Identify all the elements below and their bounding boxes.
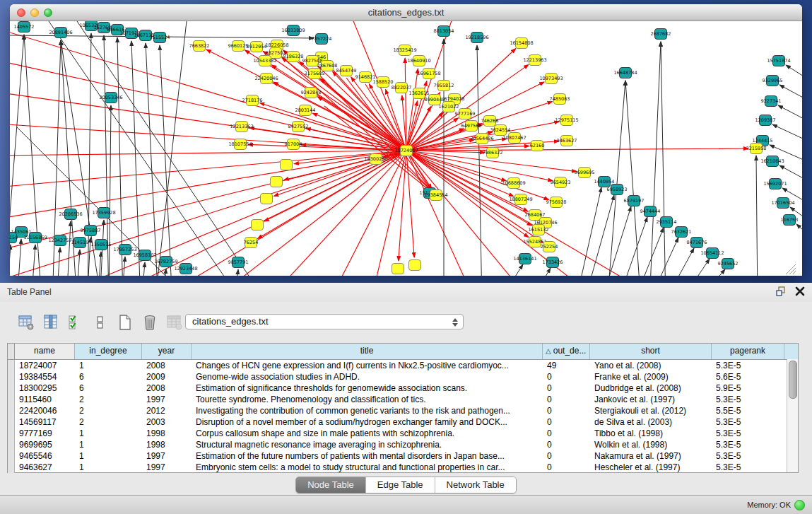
graph-node[interactable]: 252254 bbox=[541, 242, 558, 252]
graph-node[interactable]: 2803144 bbox=[295, 105, 316, 116]
cell-short[interactable]: Hescheler et al. (1997) bbox=[590, 462, 712, 473]
graph-node[interactable]: 1588520 bbox=[373, 77, 394, 88]
graph-node[interactable]: 1350515 bbox=[91, 240, 112, 250]
graph-node[interactable]: 14136141 bbox=[513, 254, 536, 264]
cell-in_degree[interactable]: 6 bbox=[75, 371, 142, 382]
cell-short[interactable]: Yano et al. (2008) bbox=[590, 360, 712, 371]
cell-name[interactable]: 9465546 bbox=[15, 450, 75, 462]
graph-node[interactable]: 7955812 bbox=[434, 81, 454, 91]
cell-short[interactable]: Wolkin et al. (1998) bbox=[590, 439, 712, 450]
cell-year[interactable]: 1998 bbox=[142, 428, 192, 439]
graph-node[interactable]: 917004 bbox=[285, 139, 302, 150]
graph-node[interactable]: 2718176 bbox=[242, 95, 263, 106]
cell-name[interactable]: 9777169 bbox=[15, 428, 75, 439]
graph-node[interactable]: 18325419 bbox=[393, 45, 416, 56]
graph-node[interactable]: 9227341 bbox=[761, 96, 782, 107]
node-table[interactable]: namein_degreeyeartitle△out_de...shortpag… bbox=[7, 343, 799, 473]
cell-in_degree[interactable]: 2 bbox=[75, 416, 142, 428]
cell-year[interactable]: 2008 bbox=[142, 382, 192, 394]
column-header-pagerank[interactable]: pagerank bbox=[712, 344, 784, 359]
table-row[interactable]: 911546021997Tourette syndrome. Phenomeno… bbox=[8, 394, 798, 405]
cell-out_de[interactable]: 0 bbox=[543, 405, 590, 416]
graph-node[interactable]: 8471676 bbox=[687, 238, 707, 248]
graph-node[interactable] bbox=[281, 160, 293, 170]
cell-year[interactable]: 2008 bbox=[142, 360, 192, 371]
graph-node[interactable]: 19218596 bbox=[465, 33, 488, 43]
cell-year[interactable]: 2012 bbox=[142, 405, 192, 416]
column-header-year[interactable]: year bbox=[142, 344, 192, 359]
graph-node[interactable]: 10688609 bbox=[502, 178, 525, 189]
resize-grip-icon[interactable] bbox=[793, 271, 796, 274]
cell-pagerank[interactable]: 5.3E-5 bbox=[712, 450, 784, 462]
cell-in_degree[interactable]: 2 bbox=[75, 405, 142, 416]
graph-node[interactable] bbox=[409, 260, 421, 271]
graph-node[interactable]: 62160 bbox=[530, 141, 545, 151]
graph-node[interactable]: 12975115 bbox=[555, 115, 578, 126]
window-titlebar[interactable]: citations_edges.txt bbox=[10, 4, 802, 21]
table-selector-dropdown[interactable]: citations_edges.txt bbox=[185, 314, 464, 329]
cell-pagerank[interactable]: 5.3E-5 bbox=[712, 462, 784, 473]
cell-name[interactable]: 22420046 bbox=[15, 405, 75, 416]
cell-year[interactable]: 1997 bbox=[142, 450, 192, 462]
cell-short[interactable]: Stergiakouli et al. (2012) bbox=[590, 405, 712, 416]
cell-title[interactable]: Embryonic stem cells: a model to study s… bbox=[192, 462, 543, 473]
graph-node[interactable]: 15751874 bbox=[767, 56, 790, 66]
cell-out_de[interactable]: 0 bbox=[543, 371, 590, 382]
graph-node[interactable]: 8454749 bbox=[336, 66, 357, 76]
cell-title[interactable]: Structural magnetic resonance image aver… bbox=[192, 439, 543, 450]
cell-in_degree[interactable]: 6 bbox=[75, 382, 142, 394]
cell-name[interactable]: 18724007 bbox=[15, 360, 75, 371]
column-header-title[interactable]: title bbox=[192, 344, 543, 359]
cell-short[interactable]: Nakamura et al. (1997) bbox=[590, 450, 712, 462]
cell-out_de[interactable]: 0 bbox=[543, 382, 590, 394]
graph-node[interactable]: 16961758 bbox=[417, 69, 440, 79]
graph-node[interactable]: 9756928 bbox=[546, 197, 567, 208]
graph-node[interactable]: 16648784 bbox=[613, 68, 637, 78]
cell-out_de[interactable]: 0 bbox=[543, 394, 590, 405]
graph-node[interactable]: 9699695 bbox=[575, 168, 595, 178]
tab-network-table[interactable]: Network Table bbox=[435, 477, 516, 493]
network-window[interactable]: citations_edges.txt 14055722089140610653… bbox=[10, 4, 802, 276]
graph-node[interactable]: 6879197 bbox=[624, 196, 645, 206]
table-row[interactable]: 969969511998Structural magnetic resonanc… bbox=[8, 439, 798, 450]
cell-year[interactable]: 2003 bbox=[142, 416, 192, 428]
graph-node[interactable]: 17016504 bbox=[771, 198, 794, 209]
cell-title[interactable]: Disruption of a novel member of a sodium… bbox=[192, 416, 543, 428]
cell-out_de[interactable]: 0 bbox=[543, 428, 590, 439]
column-visibility-icon[interactable] bbox=[42, 313, 60, 332]
graph-node[interactable]: 9975887 bbox=[81, 226, 101, 236]
vertical-scrollbar[interactable] bbox=[787, 359, 798, 472]
new-attribute-icon[interactable] bbox=[116, 313, 134, 332]
cell-out_de[interactable]: 0 bbox=[543, 450, 590, 462]
cell-year[interactable]: 2009 bbox=[142, 371, 192, 382]
cell-in_degree[interactable]: 1 bbox=[75, 450, 142, 462]
cell-pagerank[interactable]: 5.3E-5 bbox=[712, 439, 784, 450]
tab-edge-table[interactable]: Edge Table bbox=[366, 477, 435, 493]
graph-node[interactable]: 9245652 bbox=[718, 259, 739, 269]
graph-node[interactable]: 16210643 bbox=[760, 156, 784, 167]
graph-node[interactable]: 114519 bbox=[71, 238, 89, 248]
column-header-in_degree[interactable]: in_degree bbox=[75, 344, 142, 359]
graph-node[interactable]: 16154808 bbox=[510, 38, 533, 49]
graph-node[interactable]: 7986322 bbox=[483, 148, 503, 158]
graph-node[interactable]: 10654112 bbox=[700, 248, 724, 259]
column-header-name[interactable]: name bbox=[15, 344, 75, 359]
cell-year[interactable]: 1998 bbox=[142, 439, 192, 450]
graph-node[interactable]: 12923448 bbox=[174, 264, 197, 274]
graph-node[interactable]: 1209387 bbox=[755, 115, 776, 126]
cell-pagerank[interactable]: 5.3E-5 bbox=[712, 416, 784, 428]
table-row[interactable]: 946554611997Estimation of the future num… bbox=[8, 450, 798, 462]
graph-node[interactable]: 7632621 bbox=[671, 227, 692, 238]
cell-name[interactable]: 9699695 bbox=[15, 439, 75, 450]
cell-name[interactable]: 18300295 bbox=[15, 382, 75, 394]
graph-node[interactable]: 2687682 bbox=[651, 29, 671, 40]
column-header-out_de[interactable]: △out_de... bbox=[543, 344, 590, 359]
cell-in_degree[interactable]: 1 bbox=[75, 462, 142, 473]
cell-pagerank[interactable]: 5.6E-5 bbox=[712, 371, 784, 382]
cell-out_de[interactable]: 0 bbox=[543, 439, 590, 450]
column-header-short[interactable]: short bbox=[590, 344, 712, 359]
graph-node[interactable]: 116753 bbox=[781, 215, 799, 226]
cell-name[interactable]: 19384554 bbox=[15, 371, 75, 382]
cell-pagerank[interactable]: 5.3E-5 bbox=[712, 394, 784, 405]
graph-node[interactable]: 8427552 bbox=[288, 122, 309, 132]
